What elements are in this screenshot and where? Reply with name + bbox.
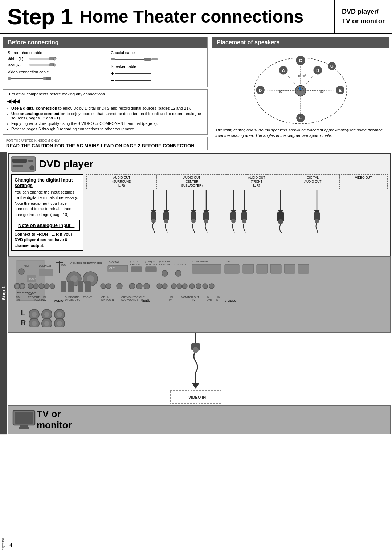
svg-text:30°: 30°	[297, 74, 301, 78]
svg-point-195	[193, 347, 199, 353]
svg-point-181	[44, 312, 49, 317]
lr-labels-row: L R	[10, 304, 389, 330]
dvd-player-icon	[11, 156, 36, 172]
terminal-front: AUDIO OUT(FRONTL, R)	[227, 175, 286, 189]
svg-text:S VIDEO: S VIDEO	[225, 299, 236, 302]
svg-rect-159	[68, 281, 74, 292]
step-side-label: Step 1	[0, 152, 7, 434]
svg-text:DVD: DVD	[225, 260, 230, 263]
svg-point-150	[16, 285, 19, 288]
svg-text:(TV) IN: (TV) IN	[130, 260, 139, 263]
svg-rect-11	[115, 59, 144, 60]
terminal-labels-row: AUDIO OUT(SURROUNDL, R) AUDIO OUT(CENTER…	[86, 174, 388, 189]
red-cable-icon	[29, 62, 58, 68]
receiver-svg: 75Ω LOOP FM ANT AM ANT LOOP EXT	[10, 259, 389, 302]
svg-rect-13	[151, 58, 158, 60]
svg-text:FRONT: FRONT	[83, 296, 92, 298]
digital-box-text: You can change the input settings for th…	[15, 190, 80, 217]
svg-rect-158	[61, 281, 66, 292]
svg-point-188	[44, 321, 49, 326]
white-cable-icon	[29, 56, 58, 61]
page-title: Home Theater connections	[76, 0, 334, 33]
tv-section: TV or monitor	[8, 405, 391, 434]
terminal-digital: DIGITALAUDIO OUT	[286, 175, 340, 189]
svg-point-46	[29, 165, 34, 170]
svg-text:IN: IN	[107, 296, 109, 298]
note-title: Note on analogue input _	[15, 220, 80, 231]
svg-rect-118	[270, 264, 281, 273]
svg-text:LOOP  EXT: LOOP EXT	[39, 265, 52, 267]
svg-point-5	[53, 64, 56, 66]
svg-rect-47	[12, 165, 23, 167]
svg-text:IND: IND	[61, 264, 66, 266]
svg-rect-119	[284, 264, 295, 273]
dvd-info-boxes: Changing the digital input settings You …	[11, 174, 83, 253]
svg-text:IN: IN	[170, 296, 173, 298]
speaker-minus: −	[111, 77, 151, 84]
svg-point-168	[157, 284, 162, 289]
svg-text:TV: TV	[192, 298, 195, 301]
svg-rect-103	[131, 267, 142, 272]
svg-text:OUT: OUT	[121, 296, 127, 298]
svg-text:(DVR) IN: (DVR) IN	[145, 260, 155, 263]
rewind-icon: ◀◀◀	[7, 98, 204, 105]
svg-point-155	[39, 284, 44, 289]
note-body: Connect to FRONT L, R if your DVD player…	[15, 232, 80, 248]
bullet-2: Use an analogue connection to enjoy sour…	[11, 111, 204, 120]
svg-text:IN: IN	[43, 296, 46, 298]
svg-text:IN: IN	[217, 296, 220, 298]
placement-header: Placement of speakers	[212, 37, 389, 48]
svg-point-164	[117, 283, 122, 289]
svg-text:COAXIAL1: COAXIAL1	[159, 263, 172, 266]
svg-text:90°: 90°	[279, 90, 283, 93]
video-cable-icon	[8, 76, 51, 81]
svg-point-157	[50, 284, 55, 289]
speaker-cable-visual: + −	[111, 70, 151, 84]
svg-text:OPTICAL1: OPTICAL1	[130, 263, 143, 266]
stereo-label: Stereo phono cable	[8, 50, 100, 55]
svg-rect-106	[146, 267, 156, 272]
svg-text:DVR/VCR1: DVR/VCR1	[101, 298, 114, 301]
svg-point-167	[144, 283, 150, 289]
svg-text:SURROUND: SURROUND	[65, 296, 79, 298]
speaker-svg: C A B G	[216, 51, 385, 124]
svg-point-109	[162, 270, 168, 276]
speaker-label: Speaker cable	[111, 64, 203, 69]
svg-text:OUT: OUT	[109, 267, 115, 269]
terminal-center: AUDIO OUT(CENTER,SUBWOOFER)	[157, 175, 227, 189]
svg-text:L: L	[21, 309, 25, 317]
svg-text:(DVD) IN: (DVD) IN	[159, 260, 170, 263]
lr-labels-svg: L R	[13, 305, 386, 327]
before-connecting-header: Before connecting	[3, 37, 207, 48]
uk-warning: FOR THE UNITED KINGDOM ONLY READ THE CAU…	[3, 137, 208, 150]
svg-point-171	[177, 284, 182, 289]
caution-section: Turn off all components before making an…	[3, 89, 208, 135]
svg-text:TAPE: TAPE	[28, 293, 34, 296]
svg-text:CD: CD	[16, 296, 20, 298]
svg-text:TV: TV	[168, 298, 172, 301]
lower-cables-svg: VIDEO IN	[8, 333, 391, 405]
svg-text:MONITOR OUT: MONITOR OUT	[181, 296, 199, 298]
svg-point-154	[33, 284, 38, 289]
device-line2: TV or monitor	[342, 17, 385, 26]
svg-text:D: D	[259, 88, 262, 93]
tv-label1: TV or	[37, 408, 72, 420]
svg-point-174	[196, 284, 201, 289]
svg-text:FM ANT: FM ANT	[17, 291, 28, 294]
svg-rect-10	[111, 58, 115, 60]
svg-point-165	[129, 283, 135, 289]
svg-point-83	[19, 269, 24, 274]
cable-right: Coaxial cable Speaker cable	[111, 50, 203, 84]
svg-rect-14	[115, 73, 151, 74]
svg-text:SUBWOOFER: SUBWOOFER	[121, 298, 138, 301]
svg-rect-160	[78, 281, 83, 292]
top-section: Before connecting Stereo phono cable Whi…	[0, 34, 392, 150]
dvd-header: DVD player	[11, 156, 388, 172]
svg-rect-115	[225, 264, 239, 273]
svg-rect-161	[85, 281, 91, 292]
header-device: DVD player/ TV or monitor	[334, 0, 392, 33]
svg-point-186	[32, 321, 37, 326]
svg-rect-44	[12, 159, 27, 163]
svg-text:OP: OP	[101, 296, 105, 298]
svg-text:VIDEO IN: VIDEO IN	[188, 395, 206, 399]
